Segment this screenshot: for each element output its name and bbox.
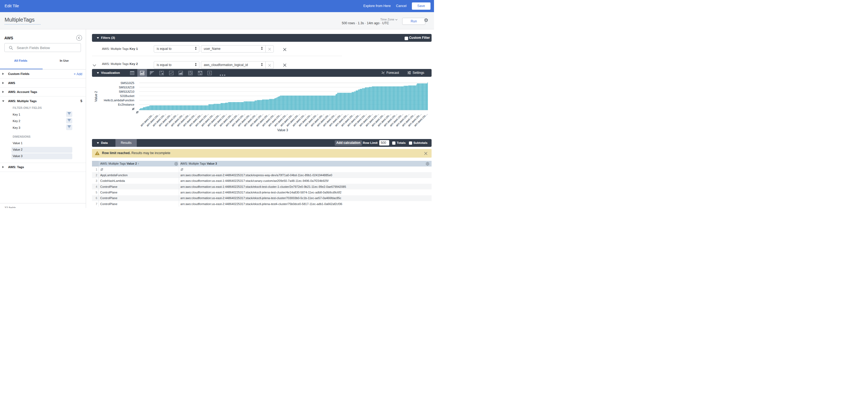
svg-text:S31Bucket: S31Bucket bbox=[120, 94, 134, 98]
svg-text:6: 6 bbox=[209, 71, 210, 75]
svg-text:Ec2Instance: Ec2Instance bbox=[118, 103, 134, 106]
svg-text:Hello1LambdaFunction: Hello1LambdaFunction bbox=[104, 99, 134, 102]
svg-text:SMS3JIZ18: SMS3JIZ18 bbox=[119, 86, 134, 89]
svg-text:SMS3JIZ10: SMS3JIZ10 bbox=[119, 90, 134, 93]
svg-text:Value 3: Value 3 bbox=[277, 128, 288, 132]
svg-text:Value 2: Value 2 bbox=[94, 91, 98, 102]
svg-text:SMS3JIZ5: SMS3JIZ5 bbox=[121, 81, 134, 84]
